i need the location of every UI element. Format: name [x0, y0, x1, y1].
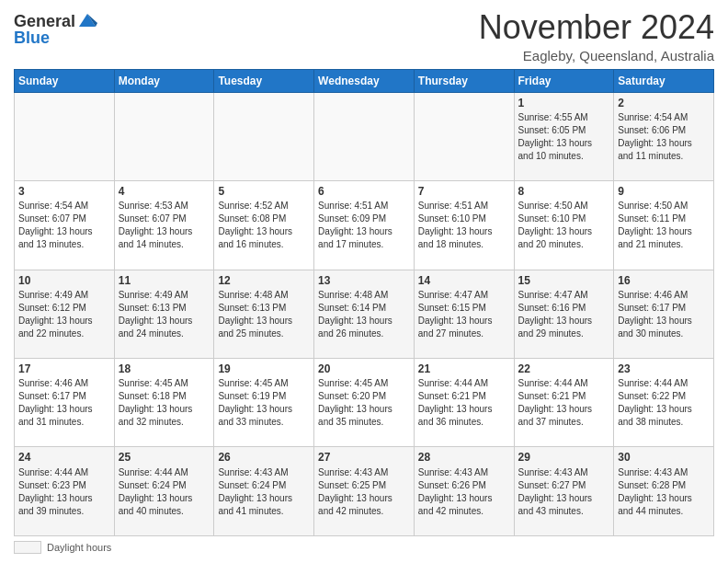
day-number: 11 — [119, 273, 210, 288]
calendar-cell: 17Sunrise: 4:46 AM Sunset: 6:17 PM Dayli… — [15, 359, 115, 447]
calendar-cell: 12Sunrise: 4:48 AM Sunset: 6:13 PM Dayli… — [214, 270, 314, 358]
day-info: Sunrise: 4:44 AM Sunset: 6:22 PM Dayligh… — [618, 377, 710, 429]
day-info: Sunrise: 4:44 AM Sunset: 6:21 PM Dayligh… — [518, 377, 610, 429]
calendar-week-1: 3Sunrise: 4:54 AM Sunset: 6:07 PM Daylig… — [15, 181, 714, 270]
legend-box — [14, 541, 41, 554]
day-number: 9 — [618, 184, 710, 199]
calendar-cell: 14Sunrise: 4:47 AM Sunset: 6:15 PM Dayli… — [414, 270, 514, 358]
calendar-cell: 1Sunrise: 4:55 AM Sunset: 6:05 PM Daylig… — [514, 92, 614, 180]
day-number: 20 — [318, 362, 410, 376]
day-info: Sunrise: 4:45 AM Sunset: 6:19 PM Dayligh… — [218, 377, 310, 429]
title-block: November 2024 Eagleby, Queensland, Austr… — [479, 9, 714, 63]
logo: General Blue — [14, 13, 97, 48]
calendar-week-2: 10Sunrise: 4:49 AM Sunset: 6:12 PM Dayli… — [15, 270, 714, 358]
day-info: Sunrise: 4:45 AM Sunset: 6:20 PM Dayligh… — [318, 377, 410, 429]
day-info: Sunrise: 4:48 AM Sunset: 6:14 PM Dayligh… — [318, 289, 410, 340]
weekday-header-friday: Friday — [514, 69, 614, 92]
day-info: Sunrise: 4:50 AM Sunset: 6:10 PM Dayligh… — [518, 200, 610, 251]
day-number: 17 — [18, 362, 110, 376]
day-number: 26 — [218, 450, 310, 465]
calendar-cell: 2Sunrise: 4:54 AM Sunset: 6:06 PM Daylig… — [614, 92, 714, 180]
calendar-cell: 5Sunrise: 4:52 AM Sunset: 6:08 PM Daylig… — [214, 181, 314, 270]
calendar-table: SundayMondayTuesdayWednesdayThursdayFrid… — [14, 69, 714, 536]
calendar-cell: 26Sunrise: 4:43 AM Sunset: 6:24 PM Dayli… — [214, 447, 314, 536]
calendar-cell: 19Sunrise: 4:45 AM Sunset: 6:19 PM Dayli… — [214, 359, 314, 447]
calendar-cell: 8Sunrise: 4:50 AM Sunset: 6:10 PM Daylig… — [514, 181, 614, 270]
calendar-cell: 18Sunrise: 4:45 AM Sunset: 6:18 PM Dayli… — [114, 359, 214, 447]
legend-label: Daylight hours — [47, 542, 111, 553]
calendar-cell — [114, 92, 214, 180]
day-number: 15 — [518, 273, 610, 288]
header: General Blue November 2024 Eagleby, Quee… — [14, 9, 714, 63]
day-number: 23 — [618, 362, 710, 376]
day-info: Sunrise: 4:45 AM Sunset: 6:18 PM Dayligh… — [119, 377, 210, 429]
calendar-cell: 25Sunrise: 4:44 AM Sunset: 6:24 PM Dayli… — [114, 447, 214, 536]
day-info: Sunrise: 4:43 AM Sunset: 6:25 PM Dayligh… — [318, 466, 410, 518]
day-number: 21 — [418, 362, 510, 376]
day-number: 8 — [518, 184, 610, 199]
calendar-cell: 15Sunrise: 4:47 AM Sunset: 6:16 PM Dayli… — [514, 270, 614, 358]
day-number: 16 — [618, 273, 710, 288]
calendar-cell: 7Sunrise: 4:51 AM Sunset: 6:10 PM Daylig… — [414, 181, 514, 270]
calendar-week-3: 17Sunrise: 4:46 AM Sunset: 6:17 PM Dayli… — [15, 359, 714, 447]
calendar-cell — [15, 92, 115, 180]
day-info: Sunrise: 4:50 AM Sunset: 6:11 PM Dayligh… — [618, 200, 710, 251]
day-info: Sunrise: 4:43 AM Sunset: 6:26 PM Dayligh… — [418, 466, 510, 518]
day-number: 2 — [618, 96, 710, 110]
calendar-cell: 11Sunrise: 4:49 AM Sunset: 6:13 PM Dayli… — [114, 270, 214, 358]
calendar-cell: 4Sunrise: 4:53 AM Sunset: 6:07 PM Daylig… — [114, 181, 214, 270]
day-number: 28 — [418, 450, 510, 465]
calendar-week-4: 24Sunrise: 4:44 AM Sunset: 6:23 PM Dayli… — [15, 447, 714, 536]
calendar-cell: 28Sunrise: 4:43 AM Sunset: 6:26 PM Dayli… — [414, 447, 514, 536]
day-info: Sunrise: 4:52 AM Sunset: 6:08 PM Dayligh… — [218, 200, 310, 251]
day-info: Sunrise: 4:46 AM Sunset: 6:17 PM Dayligh… — [18, 377, 110, 429]
day-info: Sunrise: 4:48 AM Sunset: 6:13 PM Dayligh… — [218, 289, 310, 340]
day-info: Sunrise: 4:44 AM Sunset: 6:24 PM Dayligh… — [119, 466, 210, 518]
calendar-cell — [214, 92, 314, 180]
day-number: 29 — [518, 450, 610, 465]
day-info: Sunrise: 4:51 AM Sunset: 6:10 PM Dayligh… — [418, 200, 510, 251]
day-info: Sunrise: 4:54 AM Sunset: 6:06 PM Dayligh… — [618, 111, 710, 163]
day-number: 25 — [119, 450, 210, 465]
weekday-header-tuesday: Tuesday — [214, 69, 314, 92]
location-subtitle: Eagleby, Queensland, Australia — [479, 48, 714, 63]
logo-icon — [77, 10, 97, 30]
day-info: Sunrise: 4:46 AM Sunset: 6:17 PM Dayligh… — [618, 289, 710, 340]
day-info: Sunrise: 4:55 AM Sunset: 6:05 PM Dayligh… — [518, 111, 610, 163]
calendar-cell: 10Sunrise: 4:49 AM Sunset: 6:12 PM Dayli… — [15, 270, 115, 358]
page: General Blue November 2024 Eagleby, Quee… — [0, 0, 728, 563]
calendar-cell: 3Sunrise: 4:54 AM Sunset: 6:07 PM Daylig… — [15, 181, 115, 270]
day-info: Sunrise: 4:54 AM Sunset: 6:07 PM Dayligh… — [18, 200, 110, 251]
legend: Daylight hours — [14, 541, 714, 554]
day-number: 13 — [318, 273, 410, 288]
logo-blue: Blue — [14, 29, 97, 48]
day-info: Sunrise: 4:43 AM Sunset: 6:24 PM Dayligh… — [218, 466, 310, 518]
day-info: Sunrise: 4:51 AM Sunset: 6:09 PM Dayligh… — [318, 200, 410, 251]
calendar-cell: 22Sunrise: 4:44 AM Sunset: 6:21 PM Dayli… — [514, 359, 614, 447]
weekday-header-sunday: Sunday — [15, 69, 115, 92]
calendar-cell: 13Sunrise: 4:48 AM Sunset: 6:14 PM Dayli… — [314, 270, 415, 358]
calendar-cell: 29Sunrise: 4:43 AM Sunset: 6:27 PM Dayli… — [514, 447, 614, 536]
day-number: 18 — [119, 362, 210, 376]
day-info: Sunrise: 4:43 AM Sunset: 6:28 PM Dayligh… — [618, 466, 710, 518]
weekday-header-row: SundayMondayTuesdayWednesdayThursdayFrid… — [15, 69, 714, 92]
day-info: Sunrise: 4:47 AM Sunset: 6:16 PM Dayligh… — [518, 289, 610, 340]
calendar-cell: 30Sunrise: 4:43 AM Sunset: 6:28 PM Dayli… — [614, 447, 714, 536]
day-info: Sunrise: 4:49 AM Sunset: 6:13 PM Dayligh… — [119, 289, 210, 340]
day-info: Sunrise: 4:44 AM Sunset: 6:21 PM Dayligh… — [418, 377, 510, 429]
weekday-header-monday: Monday — [114, 69, 214, 92]
day-number: 3 — [18, 184, 110, 199]
calendar-week-0: 1Sunrise: 4:55 AM Sunset: 6:05 PM Daylig… — [15, 92, 714, 180]
calendar-cell: 23Sunrise: 4:44 AM Sunset: 6:22 PM Dayli… — [614, 359, 714, 447]
weekday-header-thursday: Thursday — [414, 69, 514, 92]
calendar-cell — [314, 92, 415, 180]
day-number: 7 — [418, 184, 510, 199]
month-title: November 2024 — [479, 9, 714, 46]
day-number: 19 — [218, 362, 310, 376]
weekday-header-wednesday: Wednesday — [314, 69, 415, 92]
day-number: 27 — [318, 450, 410, 465]
calendar-cell: 6Sunrise: 4:51 AM Sunset: 6:09 PM Daylig… — [314, 181, 415, 270]
calendar-cell: 16Sunrise: 4:46 AM Sunset: 6:17 PM Dayli… — [614, 270, 714, 358]
day-number: 14 — [418, 273, 510, 288]
day-info: Sunrise: 4:43 AM Sunset: 6:27 PM Dayligh… — [518, 466, 610, 518]
